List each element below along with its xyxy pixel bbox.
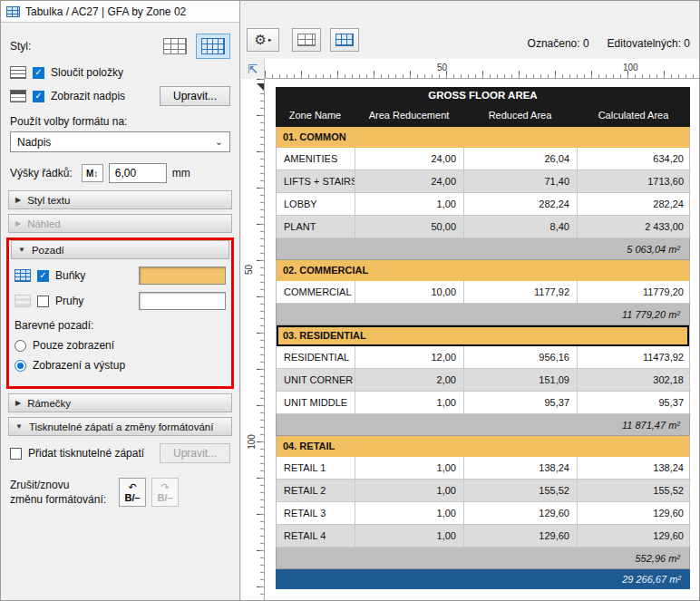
table-subtotal-row[interactable]: 11 779,20 m² xyxy=(276,304,690,325)
table-cell[interactable]: 282,24 xyxy=(464,193,578,216)
table-data-row[interactable]: AMENITIES24,0026,04634,20 xyxy=(276,148,690,170)
table-cell[interactable]: 634,20 xyxy=(578,148,691,170)
horizontal-ruler[interactable]: 50100 xyxy=(265,59,699,79)
table-cell[interactable]: 50,00 xyxy=(355,216,464,238)
section-frames[interactable]: ▶ Rámečky xyxy=(8,393,232,412)
table-cell[interactable]: 8,40 xyxy=(464,216,578,238)
table-cell[interactable]: RETAIL 4 xyxy=(277,525,355,548)
table-cell[interactable]: LIFTS + STAIRS xyxy=(277,170,355,193)
table-cell[interactable]: UNIT MIDDLE xyxy=(277,392,355,414)
palette-titlebar[interactable]: Tabulka / AC27 | GFA by Zone 02 xyxy=(1,1,239,23)
table-data-row[interactable]: LOBBY1,00282,24282,24 xyxy=(276,193,690,216)
column-header[interactable]: Calculated Area xyxy=(577,104,690,127)
table-cell[interactable]: 1,00 xyxy=(355,525,464,548)
section-text-style[interactable]: ▶ Styl textu xyxy=(8,190,232,209)
table-tool-1-button[interactable] xyxy=(292,28,321,52)
table-data-row[interactable]: UNIT CORNER2,00151,09302,18 xyxy=(276,369,690,392)
table-cell[interactable]: 12,00 xyxy=(355,346,464,369)
table-subtotal-row[interactable]: 552,96 m² xyxy=(276,548,690,569)
cells-bg-checkbox[interactable]: ✓ xyxy=(37,270,49,282)
table-cell[interactable]: 129,60 xyxy=(578,502,691,525)
redo-format-button[interactable]: ↷ B/– xyxy=(151,478,179,507)
table-cell[interactable]: 95,37 xyxy=(464,392,578,414)
cells-color-swatch[interactable] xyxy=(139,267,226,285)
format-target-select[interactable]: Nadpis ⌄ xyxy=(10,131,230,152)
table-cell[interactable]: 24,00 xyxy=(355,170,464,193)
table-subtotal-row[interactable]: 5 063,04 m² xyxy=(276,238,690,260)
table-cell[interactable]: 1713,60 xyxy=(578,170,691,193)
column-header[interactable]: Zone Name xyxy=(276,104,355,127)
table-cell[interactable]: 282,24 xyxy=(578,193,691,216)
table-data-row[interactable]: RETAIL 11,00138,24138,24 xyxy=(276,457,690,480)
table-cell[interactable]: 302,18 xyxy=(578,369,691,392)
footer-checkbox[interactable] xyxy=(10,448,22,460)
table-cell[interactable]: 138,24 xyxy=(464,457,578,480)
table-group-row[interactable]: 03. RESIDENTIAL xyxy=(276,325,690,346)
merge-items-checkbox[interactable]: ✓ xyxy=(33,67,44,79)
table-cell[interactable]: 11779,20 xyxy=(578,281,691,304)
table-cell[interactable]: 129,60 xyxy=(464,502,578,525)
table-cell[interactable]: RETAIL 2 xyxy=(277,480,355,502)
stripes-bg-checkbox[interactable] xyxy=(37,296,49,307)
table-cell[interactable]: 1,00 xyxy=(355,480,464,502)
table-cell[interactable]: 155,52 xyxy=(464,480,578,502)
table-cell[interactable]: 1,00 xyxy=(355,457,464,480)
table-cell[interactable]: 1,00 xyxy=(355,392,464,414)
table-cell[interactable]: 95,37 xyxy=(578,392,691,414)
table-cell[interactable]: LOBBY xyxy=(277,193,355,216)
schedule-canvas[interactable]: GROSS FLOOR AREAZone NameArea Reducement… xyxy=(265,79,699,600)
table-data-row[interactable]: LIFTS + STAIRS24,0071,401713,60 xyxy=(276,170,690,193)
table-cell[interactable]: PLANT xyxy=(277,216,355,238)
section-preview[interactable]: ▶ Náhled xyxy=(8,214,232,233)
table-data-row[interactable]: COMMERCIAL10,001177,9211779,20 xyxy=(276,281,690,304)
table-data-row[interactable]: RETAIL 21,00155,52155,52 xyxy=(276,480,690,502)
table-cell[interactable]: 24,00 xyxy=(355,148,464,170)
style-option-1-button[interactable] xyxy=(158,34,192,59)
table-group-row[interactable]: 01. COMMON xyxy=(276,127,690,148)
table-cell[interactable]: 2 433,00 xyxy=(578,216,691,238)
table-data-row[interactable]: PLANT50,008,402 433,00 xyxy=(276,216,690,238)
row-height-input[interactable] xyxy=(109,163,167,183)
row-height-icon[interactable]: M↕ xyxy=(82,164,103,182)
table-cell[interactable]: 1,00 xyxy=(355,193,464,216)
table-data-row[interactable]: RETAIL 31,00129,60129,60 xyxy=(276,502,690,525)
table-cell[interactable]: 956,16 xyxy=(464,346,578,369)
table-cell[interactable]: 71,40 xyxy=(464,170,578,193)
table-group-row[interactable]: 02. COMMERCIAL xyxy=(276,260,690,281)
ruler-origin-button[interactable]: ⇱ xyxy=(241,59,265,79)
table-cell[interactable]: RETAIL 3 xyxy=(277,502,355,525)
table-data-row[interactable]: UNIT MIDDLE1,0095,3795,37 xyxy=(276,392,690,414)
table-cell[interactable]: 11473,92 xyxy=(578,346,691,369)
section-footer[interactable]: ▼ Tisknutelné zápatí a změny formátování xyxy=(8,417,232,436)
table-subtotal-row[interactable]: 11 871,47 m² xyxy=(276,414,690,436)
style-option-2-button[interactable] xyxy=(196,34,230,59)
edit-header-button[interactable]: Upravit... xyxy=(160,86,230,106)
column-header[interactable]: Area Reducement xyxy=(355,104,463,127)
show-header-checkbox[interactable]: ✓ xyxy=(33,91,44,102)
table-cell[interactable]: UNIT CORNER xyxy=(277,369,355,392)
column-header[interactable]: Reduced Area xyxy=(463,104,577,127)
table-cell[interactable]: 1,00 xyxy=(355,502,464,525)
table-cell[interactable]: 10,00 xyxy=(355,281,464,304)
table-cell[interactable]: 138,24 xyxy=(578,457,691,480)
undo-format-button[interactable]: ↶ B/– xyxy=(119,478,146,507)
table-cell[interactable]: COMMERCIAL xyxy=(277,281,355,304)
table-cell[interactable]: 129,60 xyxy=(578,525,691,548)
table-data-row[interactable]: RETAIL 41,00129,60129,60 xyxy=(276,525,690,548)
table-cell[interactable]: RETAIL 1 xyxy=(277,457,355,480)
table-cell[interactable]: 151,09 xyxy=(464,369,578,392)
edit-footer-button[interactable]: Upravit... xyxy=(160,443,230,463)
vertical-ruler[interactable]: 50100 xyxy=(241,79,265,600)
table-title-row[interactable]: GROSS FLOOR AREA xyxy=(276,87,690,104)
table-cell[interactable]: RESIDENTIAL xyxy=(277,346,355,369)
display-only-radio[interactable] xyxy=(15,340,26,352)
table-data-row[interactable]: RESIDENTIAL12,00956,1611473,92 xyxy=(276,346,690,369)
table-cell[interactable]: AMENITIES xyxy=(277,148,355,170)
scheme-settings-button[interactable]: ⚙ ▸ xyxy=(247,28,279,52)
table-cell[interactable]: 1177,92 xyxy=(464,281,578,304)
stripes-color-swatch[interactable] xyxy=(139,292,226,310)
table-total-row[interactable]: 29 266,67 m² xyxy=(276,569,690,589)
display-output-radio[interactable] xyxy=(15,360,26,372)
table-cell[interactable]: 26,04 xyxy=(464,148,578,170)
table-group-row[interactable]: 04. RETAIL xyxy=(276,436,690,457)
